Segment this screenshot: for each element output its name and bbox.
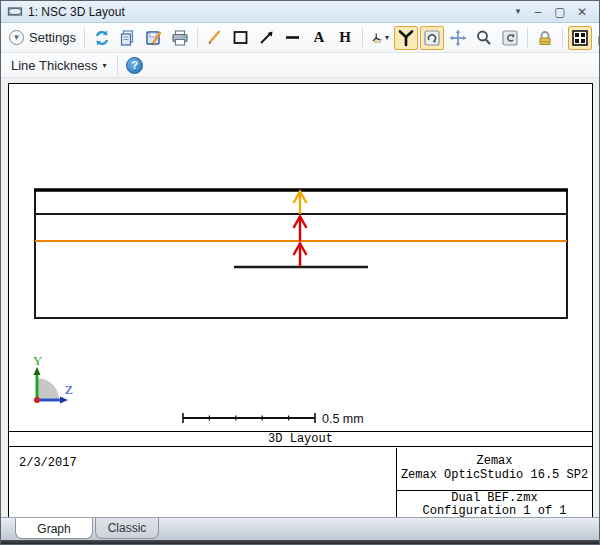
main-toolbar: ▼ Settings	[1, 23, 599, 53]
fit-window-icon	[571, 29, 589, 47]
fit-window-button[interactable]	[568, 26, 592, 50]
axis-z-label: Z	[65, 382, 73, 397]
refresh-button[interactable]	[90, 26, 114, 50]
rotate-3d-icon	[397, 29, 415, 47]
scale-bar-label: 0.5 mm	[322, 412, 364, 426]
axis-z-arrowhead	[60, 397, 68, 404]
toolbar-separator	[197, 28, 198, 48]
window-app-icon	[7, 5, 23, 18]
help-icon: ?	[126, 57, 143, 74]
magnifier-icon	[475, 29, 493, 47]
plot-caption: 3D Layout	[9, 431, 592, 447]
draw-pencil-button[interactable]	[203, 26, 227, 50]
orientation-axes-icon	[371, 29, 384, 47]
secondary-toolbar: Line Thickness ▾ ?	[1, 53, 599, 78]
tab-classic[interactable]: Classic	[95, 518, 159, 539]
draw-line-button[interactable]	[281, 26, 305, 50]
line-thickness-caret: ▾	[102, 61, 106, 70]
rotate-3d-button[interactable]	[394, 26, 418, 50]
rotate-view-button[interactable]	[420, 26, 444, 50]
arrow-icon	[258, 29, 275, 46]
refresh-icon	[93, 29, 111, 47]
window-title: 1: NSC 3D Layout	[28, 5, 125, 19]
draw-dimension-button[interactable]: H	[333, 26, 357, 50]
dimension-tool-icon: H	[339, 29, 351, 46]
pan-icon	[449, 29, 467, 47]
zoom-button[interactable]	[472, 26, 496, 50]
chevron-down-icon: ▼	[9, 30, 24, 45]
orientation-button[interactable]: ▾	[368, 26, 392, 50]
print-button[interactable]	[168, 26, 192, 50]
axis-y-arrowhead	[34, 367, 41, 375]
reset-view-icon	[501, 29, 519, 47]
rectangle-icon	[232, 29, 249, 46]
toolbar-separator	[527, 28, 528, 48]
toolbar-separator	[562, 28, 563, 48]
axis-x-dot	[34, 397, 40, 403]
title-bar: 1: NSC 3D Layout ▾ – ▢ ✕	[1, 1, 599, 23]
print-icon	[171, 29, 189, 47]
save-button[interactable]	[142, 26, 166, 50]
help-button[interactable]: ?	[123, 53, 147, 77]
toolbar-separator	[84, 28, 85, 48]
nsc-3d-layout-window: 1: NSC 3D Layout ▾ – ▢ ✕ ▼ Settings	[0, 0, 600, 545]
tab-graph[interactable]: Graph	[15, 518, 93, 539]
bottom-tab-strip: Graph Classic	[1, 517, 599, 544]
product-name: Zemax	[397, 454, 592, 468]
info-product-cell: Zemax Zemax OpticStudio 16.5 SP2	[397, 448, 592, 491]
save-icon	[145, 29, 163, 47]
copy-icon	[119, 29, 137, 47]
window-menu-caret[interactable]: ▾	[509, 3, 527, 21]
line-icon	[284, 29, 301, 46]
draw-rectangle-button[interactable]	[229, 26, 253, 50]
rotate-view-icon	[423, 29, 441, 47]
axis-y-label: Y	[33, 353, 43, 368]
text-tool-icon: A	[314, 29, 325, 46]
pan-button[interactable]	[446, 26, 470, 50]
line-thickness-dropdown[interactable]: Line Thickness ▾	[5, 55, 113, 76]
reset-view-button[interactable]	[498, 26, 522, 50]
cascade-windows-button[interactable]	[594, 26, 600, 50]
close-button[interactable]: ✕	[571, 3, 593, 21]
orientation-caret: ▾	[385, 33, 389, 42]
minimize-button[interactable]: –	[527, 3, 549, 21]
maximize-button[interactable]: ▢	[549, 3, 571, 21]
toolbar-separator	[117, 55, 118, 75]
info-file-cell: Dual BEF.zmx Configuration 1 of 1	[397, 491, 592, 517]
layout-canvas[interactable]: Y Z 0.5 mm 3D Layout 2/3/2017 Zemax Zema…	[8, 83, 593, 518]
lock-icon	[536, 29, 554, 47]
settings-button[interactable]: ▼ Settings	[5, 26, 80, 50]
draw-text-button[interactable]: A	[307, 26, 331, 50]
product-version: Zemax OpticStudio 16.5 SP2	[397, 468, 592, 482]
lock-view-button[interactable]	[533, 26, 557, 50]
axis-arc	[37, 378, 59, 400]
copy-button[interactable]	[116, 26, 140, 50]
layout-drawing: Y Z 0.5 mm	[9, 84, 592, 430]
toolbar-separator	[362, 28, 363, 48]
pencil-icon	[206, 29, 223, 46]
draw-arrow-button[interactable]	[255, 26, 279, 50]
info-date-cell: 2/3/2017	[9, 448, 397, 517]
date-text: 2/3/2017	[19, 456, 77, 470]
